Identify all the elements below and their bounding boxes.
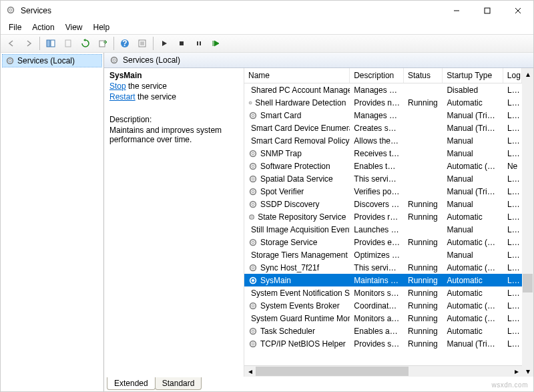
cell-name: Spot Verifier	[244, 186, 350, 197]
service-row[interactable]: Smart CardManages ac...Manual (Trigg...L…	[244, 109, 522, 122]
vertical-scrollbar[interactable]: ▴ ▾	[522, 68, 533, 377]
delete-button[interactable]	[60, 36, 76, 51]
pause-service-button[interactable]	[191, 36, 207, 51]
svg-point-42	[252, 203, 254, 206]
cell-status: Running	[404, 326, 443, 337]
svg-point-52	[252, 266, 254, 269]
cell-startup: Manual	[443, 148, 503, 159]
column-status[interactable]: Status	[404, 68, 443, 83]
svg-point-48	[252, 241, 254, 244]
svg-point-22	[113, 59, 115, 61]
menu-action[interactable]: Action	[27, 21, 59, 33]
cell-name: Spatial Data Service	[244, 174, 350, 184]
panel-header-title: Services (Local)	[123, 55, 180, 65]
stop-service-button[interactable]	[174, 36, 190, 51]
service-row[interactable]: Storage ServiceProvides ena...RunningAut…	[244, 236, 522, 248]
gear-icon	[248, 327, 258, 336]
service-row[interactable]: System Event Notification S...Monitors s…	[244, 286, 522, 299]
service-row[interactable]: Shared PC Account ManagerManages pr...Di…	[244, 83, 522, 96]
cell-name: Task Scheduler	[244, 326, 350, 337]
tree-item-services-local[interactable]: Services (Local)	[2, 54, 102, 67]
restart-service-button[interactable]	[208, 36, 224, 51]
minimize-button[interactable]	[441, 1, 472, 21]
cell-name: System Events Broker	[244, 301, 350, 311]
service-row[interactable]: System Guard Runtime Mon...Monitors an..…	[244, 312, 522, 325]
cell-logon: Loc	[503, 275, 522, 286]
content-area: Services (Local) Services (Local) SysMai…	[1, 53, 533, 391]
column-description[interactable]: Description	[350, 68, 404, 83]
cell-logon: Loc	[503, 250, 522, 260]
cell-startup: Manual	[443, 199, 503, 210]
cell-status: Running	[404, 212, 443, 222]
scroll-left-arrow[interactable]: ◂	[244, 366, 256, 377]
stop-service-link[interactable]: Stop	[109, 81, 126, 91]
scroll-up-arrow[interactable]: ▴	[522, 68, 533, 79]
gear-icon	[248, 174, 258, 184]
service-row[interactable]: SysMainMaintains a...RunningAutomaticLoc	[244, 274, 522, 286]
cell-startup: Automatic	[443, 212, 503, 222]
service-row[interactable]: Smart Card Removal PolicyAllows the s...…	[244, 134, 522, 147]
cell-status: Running	[404, 288, 443, 299]
scroll-thumb[interactable]	[256, 367, 409, 376]
service-row[interactable]: System Events BrokerCoordinates ...Runni…	[244, 299, 522, 312]
horizontal-scrollbar[interactable]: ◂ ▸	[244, 365, 522, 377]
cell-description: Provides req...	[350, 212, 404, 222]
service-row[interactable]: Software ProtectionEnables the ...Automa…	[244, 160, 522, 172]
gear-icon	[248, 276, 258, 285]
service-row[interactable]: Shell Hardware DetectionProvides not...R…	[244, 96, 522, 109]
cell-status	[404, 191, 443, 192]
column-name[interactable]: Name	[244, 68, 350, 83]
cell-description: Enables the ...	[350, 161, 404, 172]
service-row[interactable]: Storage Tiers ManagementOptimizes th...M…	[244, 248, 522, 261]
show-hide-tree-button[interactable]	[43, 36, 59, 51]
cell-status	[404, 178, 443, 180]
cell-logon: Loc	[503, 237, 522, 248]
tab-extended[interactable]: Extended	[107, 377, 156, 390]
start-service-button[interactable]	[156, 36, 172, 51]
service-row[interactable]: SSDP DiscoveryDiscovers ne...RunningManu…	[244, 198, 522, 210]
service-row[interactable]: Spot VerifierVerifies pote...Manual (Tri…	[244, 185, 522, 198]
service-row[interactable]: State Repository ServiceProvides req...R…	[244, 210, 522, 223]
cell-name: State Repository Service	[244, 212, 350, 222]
scroll-down-arrow[interactable]: ▾	[522, 365, 533, 377]
cell-startup: Manual	[443, 136, 503, 146]
cell-name: SysMain	[244, 275, 350, 286]
cell-name: Storage Tiers Management	[244, 250, 350, 260]
service-row[interactable]: Still Image Acquisition EventsLaunches a…	[244, 223, 522, 236]
menu-file[interactable]: File	[3, 21, 27, 33]
cell-logon: Loc	[503, 313, 522, 324]
service-row[interactable]: TCP/IP NetBIOS HelperProvides sup...Runn…	[244, 337, 522, 350]
help-button[interactable]: ?	[117, 36, 133, 51]
refresh-button[interactable]	[77, 36, 93, 51]
menu-view[interactable]: View	[60, 21, 88, 33]
close-button[interactable]	[503, 1, 533, 21]
column-headers: Name Description Status Startup Type Log…	[244, 68, 522, 83]
export-button[interactable]	[95, 36, 111, 51]
column-log-on-as[interactable]: Log On As	[503, 68, 522, 83]
service-row[interactable]: Sync Host_7f21fThis service ...RunningAu…	[244, 261, 522, 274]
restart-service-link[interactable]: Restart	[109, 92, 136, 102]
properties-button[interactable]	[134, 36, 150, 51]
menu-help[interactable]: Help	[88, 21, 115, 33]
scroll-thumb[interactable]	[523, 274, 533, 292]
cell-logon: Loc	[503, 339, 522, 349]
cell-startup: Automatic	[443, 97, 503, 108]
service-row[interactable]: Task SchedulerEnables a us...RunningAuto…	[244, 325, 522, 337]
back-button[interactable]	[3, 36, 19, 51]
service-row[interactable]: SNMP TrapReceives tra...ManualLoc	[244, 147, 522, 160]
forward-button[interactable]	[21, 36, 37, 51]
cell-logon: Loc	[503, 326, 522, 337]
title-bar: Services	[1, 1, 533, 21]
cell-description: Monitors sy...	[350, 288, 404, 299]
service-row[interactable]: Spatial Data ServiceThis service i...Man…	[244, 172, 522, 185]
column-startup-type[interactable]: Startup Type	[443, 68, 503, 83]
maximize-button[interactable]	[472, 1, 503, 21]
cell-name: Shell Hardware Detection	[244, 97, 350, 108]
gear-icon	[248, 339, 258, 349]
gear-icon	[248, 200, 258, 209]
cell-description: Maintains a...	[350, 275, 404, 286]
service-row[interactable]: Smart Card Device Enumerat...Creates sof…	[244, 122, 522, 134]
tab-standard[interactable]: Standard	[155, 377, 202, 390]
scroll-right-arrow[interactable]: ▸	[511, 366, 522, 377]
detail-pane: SysMain Stop the service Restart the ser…	[104, 68, 244, 377]
